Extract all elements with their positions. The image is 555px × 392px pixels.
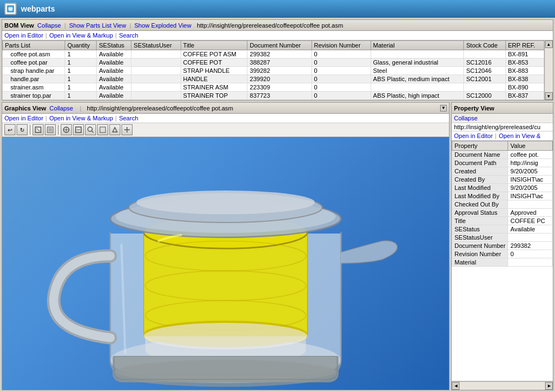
bom-search-btn[interactable]: Search [119,32,138,39]
table-cell: 299382 [247,50,311,59]
prop-cell-property: Document Name [452,151,508,159]
table-row[interactable]: strap handle.par1AvailableSTRAP HANDLE39… [3,67,553,75]
graphics-canvas[interactable] [2,137,449,390]
prop-cell-property: Last Modified By [452,192,508,200]
table-cell: 1 [65,50,96,59]
table-cell: 1 [65,83,96,92]
prop-col-property[interactable]: Property [452,141,508,151]
prop-cell-property: Last Modified [452,184,508,192]
gfx-tool1-btn[interactable] [33,124,44,135]
prop-open-view-btn[interactable]: Open in View & [499,133,541,139]
col-parts-list[interactable]: Parts List [3,41,65,50]
table-cell [371,50,464,59]
col-stock-code[interactable]: Stock Code [464,41,506,50]
bom-url: http://insight/eng/prereleased/coffeepot… [197,22,343,29]
bom-sep1: | [64,22,66,29]
show-exploded-btn[interactable]: Show Exploded View [134,22,191,29]
gfx-forward-btn[interactable]: ↻ [17,124,28,135]
prop-h-scroll[interactable]: ◀ ▶ [452,381,553,390]
gfx-tool7-btn[interactable] [121,124,133,135]
svg-point-12 [88,127,92,131]
gfx-tool5-btn[interactable] [97,124,108,135]
prop-row: Document Number299382 [452,242,553,250]
col-rev-num[interactable]: Revision Number [311,41,371,50]
svg-rect-6 [49,128,52,131]
prop-cell-value: INSIGHT\ac [508,192,553,200]
gfx-zoom-btn[interactable] [85,124,96,135]
table-row[interactable]: handle.par1AvailableHANDLE2399200ABS Pla… [3,75,553,83]
prop-cell-value: INSIGHT\ac [508,176,553,184]
bom-table-wrapper: Parts List Quantity SEStatus SEStatusUse… [2,40,553,100]
prop-cell-value [508,258,553,267]
prop-cell-property: Revision Number [452,250,508,258]
prop-cell-property: Document Number [452,242,508,250]
bom-title: BOM View [4,22,34,29]
prop-open-editor-btn[interactable]: Open in Editor [454,133,493,139]
scroll-track [545,48,553,92]
prop-scroll-left-btn[interactable]: ◀ [452,382,459,390]
gfx-back-btn[interactable]: ↩ [4,124,15,135]
gfx-open-editor-btn[interactable]: Open in Editor [4,115,43,121]
prop-cell-value: Available [508,225,553,234]
prop-scroll-right-btn[interactable]: ▶ [545,382,553,390]
table-cell: HANDLE [181,75,247,83]
table-cell: handle.par [3,75,65,83]
prop-row: SEStatusUser [452,234,553,242]
scroll-up-btn[interactable]: ▲ [545,40,553,48]
prop-cell-value: Approved [508,209,553,217]
table-cell [464,50,506,59]
table-cell: Available [97,75,131,83]
bom-section-header: BOM View Collapse | Show Parts List View… [2,20,553,31]
table-cell: COFFEE POT [181,59,247,67]
prop-header-row: Property Value [452,141,553,151]
table-cell: 1 [65,92,96,100]
col-sestatususer[interactable]: SEStatusUser [131,41,181,50]
table-cell [371,83,464,92]
table-row[interactable]: strainer top.par1AvailableSTRAINER TOP83… [3,92,553,100]
gfx-icon-toolbar: ↩ ↻ [2,123,449,137]
gfx-sep: | [80,105,81,112]
col-doc-num[interactable]: Document Number [247,41,311,50]
table-row[interactable]: strainer.asm1AvailableSTRAINER ASM223309… [3,83,553,92]
gfx-tool3-btn[interactable] [61,124,72,135]
bom-scrollbar[interactable]: ▲ ▼ [544,40,553,100]
gfx-search-btn[interactable]: Search [119,115,138,121]
gfx-tool2-btn[interactable] [45,124,56,135]
col-sestatus[interactable]: SEStatus [97,41,131,50]
col-quantity[interactable]: Quantity [65,41,96,50]
prop-col-value[interactable]: Value [508,141,553,151]
prop-toolbar: Open in Editor | Open in View & [452,131,553,141]
table-cell [131,92,181,100]
col-title[interactable]: Title [181,41,247,50]
table-row[interactable]: coffee pot.par1AvailableCOFFEE POT388287… [3,59,553,67]
prop-cell-value: COFFEE PC [508,217,553,225]
prop-cell-value: http://insig [508,159,553,167]
property-table: Property Value Document Namecoffee pot.D… [452,141,553,267]
prop-row: Last Modified9/20/2005 [452,184,553,192]
show-parts-btn[interactable]: Show Parts List View [69,22,126,29]
scroll-down-btn[interactable]: ▼ [545,92,553,100]
bom-open-view-btn[interactable]: Open in View & Markup [49,32,113,39]
gfx-minimize-btn[interactable]: ▼ [440,105,447,112]
table-cell [131,50,181,59]
title-bar: webparts [0,0,555,18]
svg-marker-15 [113,128,117,132]
table-row[interactable]: coffee pot.asm1AvailableCOFFEE POT ASM29… [3,50,553,59]
bom-open-editor-btn[interactable]: Open in Editor [4,32,43,39]
gfx-tool6-btn[interactable] [109,124,120,135]
gfx-tool4-btn[interactable] [73,124,84,135]
table-cell: ABS Plastic, medium impact [371,75,464,83]
prop-row: Material [452,258,553,267]
bom-collapse-btn[interactable]: Collapse [38,22,61,29]
graphics-section: Graphics View Collapse | http://insight/… [2,102,450,390]
table-cell: ABS Plastic, high impact [371,92,464,100]
table-cell: 388287 [247,59,311,67]
prop-collapse-btn[interactable]: Collapse [454,115,478,121]
gfx-collapse-btn[interactable]: Collapse [50,105,73,112]
table-cell: Available [97,83,131,92]
prop-cell-property: Created [452,167,508,176]
gfx-open-view-btn[interactable]: Open in View & Markup [49,115,113,121]
col-material[interactable]: Material [371,41,464,50]
prop-cell-property: Checked Out By [452,200,508,209]
prop-row: Checked Out By [452,200,553,209]
